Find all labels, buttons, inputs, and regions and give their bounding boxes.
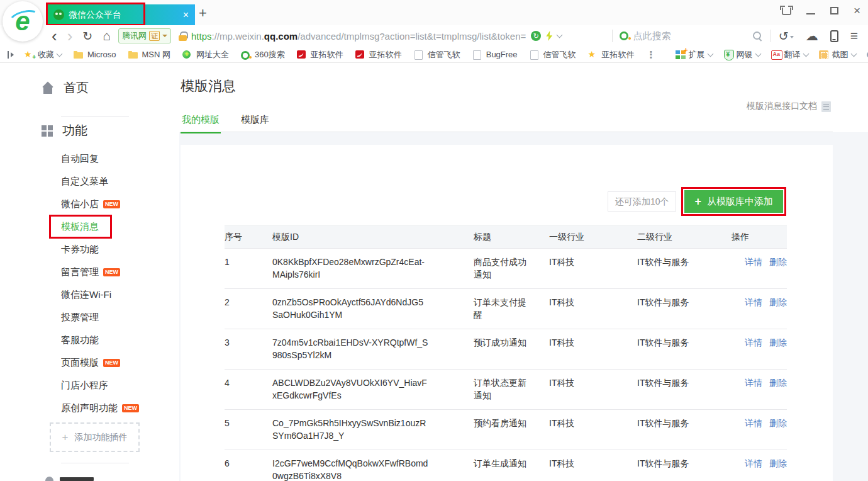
mobile-icon[interactable] bbox=[830, 30, 838, 42]
search-icon[interactable] bbox=[752, 31, 763, 42]
table-row: 3 7z04m5v1cRbai1EHDsV-XYRQtpfWf_S980sSp5… bbox=[225, 329, 787, 370]
bookmark-label: 亚拓软件 bbox=[311, 49, 343, 60]
bookmark-item[interactable]: 亚拓软件 bbox=[297, 49, 343, 60]
card-actions: 还可添加10个 + 从模版库中添加 bbox=[608, 187, 786, 216]
sidebar-item-label: 自定义菜单 bbox=[61, 176, 108, 186]
bookmark-item[interactable]: 亚拓软件 bbox=[588, 49, 635, 60]
detail-link[interactable]: 详情 bbox=[745, 257, 762, 267]
tab-my-templates[interactable]: 我的模版 bbox=[181, 114, 221, 133]
chevron-down-icon bbox=[755, 50, 761, 57]
site-identity-badge[interactable]: 腾讯网 证 bbox=[118, 28, 171, 43]
speed-mode-icon[interactable] bbox=[546, 31, 552, 41]
col-header-actions: 操作 bbox=[732, 226, 787, 249]
cell-industry1: IT科技 bbox=[549, 329, 637, 370]
table-row: 5 Co_7PmGk5Rh5IHxyySwSvnBiz1ouzRSYm6Oa1H… bbox=[225, 410, 787, 450]
tool-icon bbox=[771, 50, 782, 60]
bookmark-icon bbox=[128, 50, 139, 59]
bookmark-item[interactable]: 信管飞软 bbox=[414, 49, 460, 60]
api-doc-link[interactable]: 模版消息接口文档 bbox=[747, 101, 831, 112]
browser-toolbar: ‹ › ↻ ⌂ 腾讯网 证 https://mp.weixin.qq.com/a… bbox=[0, 25, 868, 47]
sidebar-item-home[interactable]: 首页 bbox=[42, 79, 89, 96]
delete-link[interactable]: 删除 bbox=[769, 458, 787, 468]
sidebar-item-label: 微信连Wi-Fi bbox=[61, 289, 111, 300]
tab-template-library[interactable]: 模版库 bbox=[240, 114, 270, 132]
close-window-button[interactable]: × bbox=[854, 6, 860, 15]
browser-window: e 微信公众平台 × + × ‹ › ↻ ⌂ 腾讯网 证 https://mp.… bbox=[0, 0, 868, 481]
sidebar-item[interactable]: 原创声明功能NEW bbox=[0, 397, 179, 419]
sidebar-item[interactable]: 微信连Wi-Fi bbox=[0, 283, 179, 306]
annotation-box-button: + 从模版库中添加 bbox=[681, 187, 786, 216]
bookmark-item[interactable]: 收藏 bbox=[24, 49, 62, 60]
delete-link[interactable]: 删除 bbox=[769, 378, 787, 388]
sidebar-item[interactable]: 留言管理NEW bbox=[0, 261, 179, 283]
window-controls: × bbox=[782, 6, 860, 15]
sidebar-section-features[interactable]: 功能 bbox=[42, 122, 87, 139]
translate-page-icon[interactable] bbox=[531, 31, 541, 41]
bookmark-item[interactable]: Microso bbox=[74, 50, 116, 59]
detail-link[interactable]: 详情 bbox=[745, 458, 762, 468]
detail-link[interactable]: 详情 bbox=[745, 297, 762, 307]
delete-link[interactable]: 删除 bbox=[769, 337, 787, 348]
bookmark-item[interactable]: 亚拓软件 bbox=[355, 49, 402, 60]
tool-icon bbox=[723, 50, 734, 60]
sidebar-clipped-item bbox=[45, 477, 94, 481]
sidebar-item-label: 门店小程序 bbox=[61, 380, 108, 390]
browser-tool-item[interactable]: 网银 bbox=[723, 49, 760, 60]
cloud-sync-icon[interactable]: ☁ bbox=[806, 28, 818, 43]
undo-closed-tab-button[interactable]: ↺ bbox=[779, 29, 794, 43]
sidebar-item[interactable]: 模板消息 bbox=[0, 215, 179, 238]
browser-tool-item[interactable]: 截图 bbox=[819, 49, 856, 60]
sidebar-item[interactable]: 自定义菜单 bbox=[0, 170, 179, 193]
browser-logo-icon[interactable]: e bbox=[3, 1, 43, 42]
col-header-title: 标题 bbox=[474, 226, 549, 249]
forward-button[interactable]: › bbox=[67, 30, 73, 42]
delete-link[interactable]: 删除 bbox=[769, 257, 787, 267]
search-engine-icon[interactable] bbox=[620, 31, 628, 40]
col-header-industry2: 二级行业 bbox=[637, 226, 732, 249]
browser-tool-item[interactable]: 扩展 bbox=[676, 49, 713, 60]
sidebar-item[interactable]: 客服功能 bbox=[0, 329, 179, 351]
sidebar-item[interactable]: 投票管理 bbox=[0, 306, 179, 329]
bookmark-item[interactable]: 360搜索 bbox=[241, 49, 285, 60]
bookmark-item[interactable]: 信管飞软 bbox=[530, 49, 576, 60]
sidebar-toggle-icon[interactable] bbox=[6, 50, 15, 59]
bookmark-label: 网址大全 bbox=[196, 49, 229, 60]
add-plugin-button[interactable]: + 添加功能插件 bbox=[50, 422, 140, 452]
sidebar-item[interactable]: 微信小店NEW bbox=[0, 193, 179, 215]
browser-tool-item[interactable]: 翻译 bbox=[771, 49, 808, 60]
browser-tab[interactable]: 微信公众平台 × bbox=[47, 4, 195, 25]
add-from-library-button[interactable]: + 从模版库中添加 bbox=[684, 190, 783, 213]
bookmark-item[interactable]: 网址大全 bbox=[182, 49, 229, 60]
sidebar-item[interactable]: 卡券功能 bbox=[0, 238, 179, 261]
bookmark-label: BugFree bbox=[486, 50, 518, 59]
bookmark-item[interactable]: BugFree bbox=[472, 50, 518, 59]
sidebar-item[interactable]: 自动回复 bbox=[0, 147, 179, 170]
sidebar-item[interactable]: 门店小程序 bbox=[0, 374, 179, 397]
detail-link[interactable]: 详情 bbox=[745, 418, 762, 428]
new-badge: NEW bbox=[122, 404, 139, 412]
maximize-button[interactable] bbox=[830, 7, 838, 14]
search-box[interactable]: 点此搜索 bbox=[620, 30, 763, 42]
sidebar-item[interactable]: 页面模版NEW bbox=[0, 351, 179, 374]
grid-icon bbox=[42, 125, 53, 137]
bookmark-item[interactable]: MSN 网 bbox=[128, 49, 171, 60]
new-tab-button[interactable]: + bbox=[199, 5, 207, 21]
cell-index: 1 bbox=[225, 249, 272, 289]
home-button[interactable]: ⌂ bbox=[103, 28, 111, 43]
bookmark-icon bbox=[355, 50, 366, 59]
theme-skin-icon[interactable] bbox=[782, 8, 791, 15]
detail-link[interactable]: 详情 bbox=[745, 337, 762, 348]
minimize-button[interactable] bbox=[806, 13, 815, 14]
back-button[interactable]: ‹ bbox=[52, 30, 57, 42]
url-dropdown-icon[interactable] bbox=[557, 32, 563, 38]
delete-link[interactable]: 删除 bbox=[769, 297, 787, 307]
add-plugin-label: 添加功能插件 bbox=[74, 432, 127, 443]
reload-button[interactable]: ↻ bbox=[82, 29, 92, 43]
table-header-row: 序号 模版ID 标题 一级行业 二级行业 操作 bbox=[225, 226, 787, 249]
address-bar[interactable]: https://mp.weixin.qq.com/advanced/tmplms… bbox=[177, 31, 605, 42]
detail-link[interactable]: 详情 bbox=[745, 378, 762, 388]
menu-icon[interactable]: ≡ bbox=[850, 28, 858, 43]
tab-close-icon[interactable]: × bbox=[183, 9, 189, 21]
delete-link[interactable]: 删除 bbox=[769, 418, 787, 428]
bookmark-overflow-icon[interactable]: ⋮ bbox=[647, 49, 656, 60]
